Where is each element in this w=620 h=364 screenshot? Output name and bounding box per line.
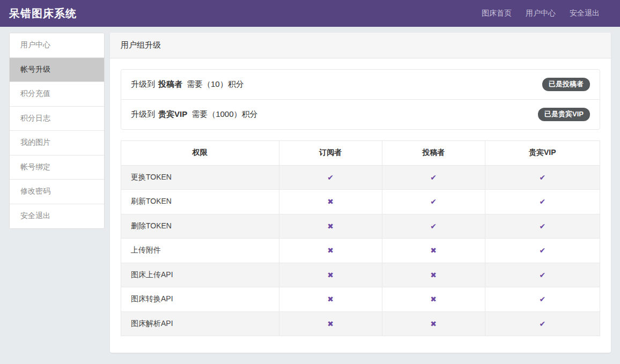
check-icon: ✔ xyxy=(539,271,545,279)
permission-name-cell: 删除TOKEN xyxy=(121,214,279,239)
permission-value-cell: ✖ xyxy=(279,263,382,287)
content-area: 用户中心帐号升级积分充值积分日志我的图片帐号绑定修改密码安全退出 用户组升级 升… xyxy=(0,27,620,353)
permission-value-cell: ✔ xyxy=(485,287,600,312)
sidebar-item-label: 帐号绑定 xyxy=(20,162,50,172)
permission-value-cell: ✔ xyxy=(485,311,600,336)
cross-icon: ✖ xyxy=(327,271,334,279)
table-column-header: 订阅者 xyxy=(279,141,382,166)
upgrade-prefix: 升级到 xyxy=(131,109,155,118)
sidebar-item[interactable]: 帐号升级 xyxy=(10,58,104,83)
sidebar-item[interactable]: 帐号绑定 xyxy=(10,155,104,180)
sidebar-item[interactable]: 用户中心 xyxy=(10,33,104,58)
cross-icon: ✖ xyxy=(327,295,334,303)
permission-value-cell: ✖ xyxy=(382,239,485,263)
cross-icon: ✖ xyxy=(430,246,437,255)
table-row: 刷新TOKEN✖✔✔ xyxy=(121,190,600,214)
cross-icon: ✖ xyxy=(327,320,334,328)
sidebar-item-label: 安全退出 xyxy=(20,211,50,221)
check-icon: ✔ xyxy=(539,173,545,182)
header-nav-link[interactable]: 安全退出 xyxy=(570,9,600,18)
sidebar-item-label: 我的图片 xyxy=(20,138,50,147)
upgrade-row: 升级到投稿者需要（10）积分已是投稿者 xyxy=(121,70,600,99)
permission-value-cell: ✖ xyxy=(382,287,485,312)
permission-value-cell: ✔ xyxy=(485,214,600,239)
permission-name-cell: 更换TOKEN xyxy=(121,165,279,190)
upgrade-requirement: 需要（10）积分 xyxy=(187,79,244,88)
permission-value-cell: ✔ xyxy=(485,190,600,214)
sidebar-item[interactable]: 积分日志 xyxy=(10,107,104,131)
permission-value-cell: ✔ xyxy=(382,190,485,214)
sidebar-item-label: 用户中心 xyxy=(20,40,50,50)
check-icon: ✔ xyxy=(539,295,545,303)
permission-value-cell: ✔ xyxy=(485,165,600,190)
permission-value-cell: ✖ xyxy=(279,287,382,312)
permission-name-cell: 刷新TOKEN xyxy=(121,190,279,214)
sidebar-item-label: 帐号升级 xyxy=(20,65,50,75)
permission-name-cell: 图床解析API xyxy=(121,311,279,336)
permission-value-cell: ✖ xyxy=(382,311,485,336)
cross-icon: ✖ xyxy=(327,246,334,255)
cross-icon: ✖ xyxy=(430,295,437,303)
upgrade-text: 升级到投稿者需要（10）积分 xyxy=(131,79,244,90)
status-badge: 已是贵宾VIP xyxy=(538,108,590,121)
main-panel: 用户组升级 升级到投稿者需要（10）积分已是投稿者升级到贵宾VIP需要（1000… xyxy=(110,33,611,353)
cross-icon: ✖ xyxy=(327,222,334,231)
sidebar-item[interactable]: 积分充值 xyxy=(10,82,104,107)
permission-value-cell: ✔ xyxy=(382,214,485,239)
table-row: 更换TOKEN✔✔✔ xyxy=(121,165,600,190)
cross-icon: ✖ xyxy=(327,197,334,206)
check-icon: ✔ xyxy=(539,222,545,231)
permission-value-cell: ✔ xyxy=(485,239,600,263)
upgrade-group-name: 贵宾VIP xyxy=(158,109,187,118)
check-icon: ✔ xyxy=(430,173,437,182)
table-row: 删除TOKEN✖✔✔ xyxy=(121,214,600,239)
sidebar-item[interactable]: 我的图片 xyxy=(10,131,104,155)
permission-value-cell: ✔ xyxy=(279,165,382,190)
sidebar-item-label: 修改密码 xyxy=(20,187,50,196)
upgrade-group-name: 投稿者 xyxy=(158,79,182,88)
check-icon: ✔ xyxy=(430,197,437,206)
check-icon: ✔ xyxy=(539,246,545,255)
status-badge: 已是投稿者 xyxy=(542,78,590,91)
table-column-header: 贵宾VIP xyxy=(485,141,600,166)
permissions-table-header-row: 权限订阅者投稿者贵宾VIP xyxy=(121,141,600,166)
sidebar-item-label: 积分日志 xyxy=(20,114,50,123)
check-icon: ✔ xyxy=(539,320,545,328)
sidebar-item-label: 积分充值 xyxy=(20,89,50,99)
permission-name-cell: 图床上传API xyxy=(121,263,279,287)
cross-icon: ✖ xyxy=(430,271,437,279)
upgrade-prefix: 升级到 xyxy=(131,79,155,88)
table-row: 上传附件✖✖✔ xyxy=(121,239,600,263)
permission-value-cell: ✔ xyxy=(485,263,600,287)
check-icon: ✔ xyxy=(327,173,334,182)
upgrade-requirement: 需要（1000）积分 xyxy=(191,109,257,118)
table-row: 图床上传API✖✖✔ xyxy=(121,263,600,287)
permission-value-cell: ✖ xyxy=(382,263,485,287)
panel-body: 升级到投稿者需要（10）积分已是投稿者升级到贵宾VIP需要（1000）积分已是贵… xyxy=(110,58,611,347)
check-icon: ✔ xyxy=(430,222,437,231)
table-row: 图床转换API✖✖✔ xyxy=(121,287,600,312)
permission-name-cell: 上传附件 xyxy=(121,239,279,263)
upgrade-row: 升级到贵宾VIP需要（1000）积分已是贵宾VIP xyxy=(121,99,600,129)
permission-value-cell: ✖ xyxy=(279,190,382,214)
permission-value-cell: ✖ xyxy=(279,311,382,336)
table-row: 图床解析API✖✖✔ xyxy=(121,311,600,336)
app-title: 呆错图床系统 xyxy=(9,6,77,21)
permissions-table: 权限订阅者投稿者贵宾VIP 更换TOKEN✔✔✔刷新TOKEN✖✔✔删除TOKE… xyxy=(121,140,600,336)
upgrade-box: 升级到投稿者需要（10）积分已是投稿者升级到贵宾VIP需要（1000）积分已是贵… xyxy=(121,69,600,130)
header-nav-link[interactable]: 图床首页 xyxy=(482,9,512,18)
table-column-header: 权限 xyxy=(121,141,279,166)
permission-value-cell: ✖ xyxy=(279,239,382,263)
sidebar: 用户中心帐号升级积分充值积分日志我的图片帐号绑定修改密码安全退出 xyxy=(9,33,105,229)
sidebar-item[interactable]: 安全退出 xyxy=(10,204,104,229)
header-nav-link[interactable]: 用户中心 xyxy=(526,9,556,18)
permission-value-cell: ✔ xyxy=(382,165,485,190)
sidebar-item[interactable]: 修改密码 xyxy=(10,180,104,204)
table-column-header: 投稿者 xyxy=(382,141,485,166)
cross-icon: ✖ xyxy=(430,320,437,328)
panel-title: 用户组升级 xyxy=(110,33,611,58)
permissions-table-body: 更换TOKEN✔✔✔刷新TOKEN✖✔✔删除TOKEN✖✔✔上传附件✖✖✔图床上… xyxy=(121,165,600,336)
header-nav: 图床首页用户中心安全退出 xyxy=(482,9,600,18)
permission-value-cell: ✖ xyxy=(279,214,382,239)
check-icon: ✔ xyxy=(539,197,545,206)
